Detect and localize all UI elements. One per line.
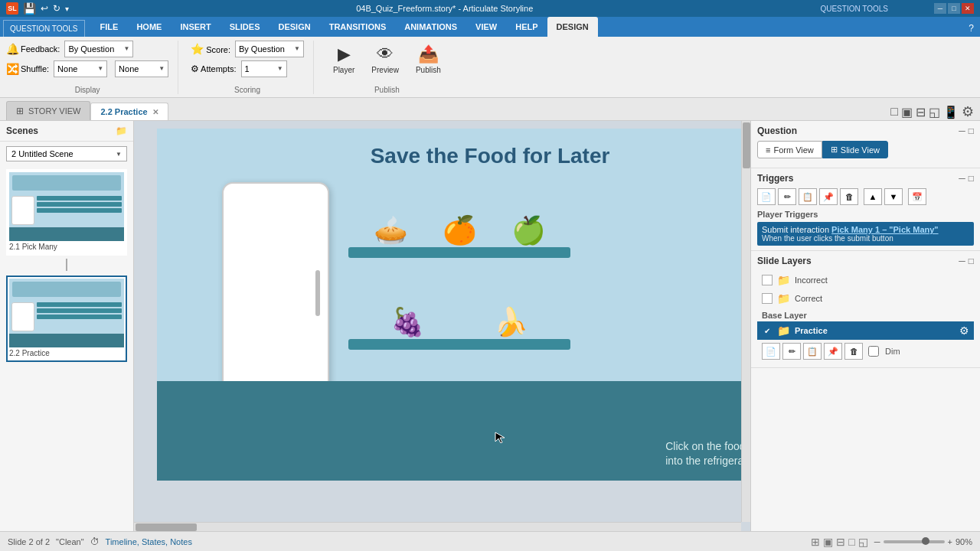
view-icon-2[interactable]: ▣ bbox=[823, 536, 833, 548]
layer-settings-button[interactable]: ⚙ bbox=[959, 324, 969, 337]
trigger-delete-button[interactable]: 🗑 bbox=[840, 188, 858, 205]
quick-access-undo[interactable]: ↩ bbox=[41, 3, 48, 14]
layer-edit-button[interactable]: ✏ bbox=[782, 343, 801, 360]
attempts-dropdown[interactable]: 1 ▼ bbox=[241, 60, 287, 77]
trigger-paste-button[interactable]: 📌 bbox=[819, 188, 838, 205]
canvas-area[interactable]: Save the Food for Later 🥧 🍊 🍏 🍇 🍌 bbox=[134, 121, 750, 531]
view-mode-normal[interactable]: □ bbox=[890, 105, 898, 119]
tab-slides[interactable]: SLIDES bbox=[220, 17, 270, 37]
scroll-thumb-horizontal[interactable] bbox=[136, 523, 197, 531]
shuffle-dropdown-1[interactable]: None ▼ bbox=[54, 60, 107, 77]
tab-design-active[interactable]: DESIGN bbox=[547, 17, 598, 37]
expand-question-button[interactable]: □ bbox=[969, 126, 974, 136]
fridge[interactable] bbox=[222, 182, 329, 404]
collapse-triggers-button[interactable]: ─ bbox=[959, 173, 965, 184]
layer-bottom-toolbar: 📄 ✏ 📋 📌 🗑 Dim bbox=[757, 340, 974, 363]
tab-home[interactable]: HOME bbox=[127, 17, 171, 37]
close-button[interactable]: ✕ bbox=[962, 3, 974, 14]
slide-thumbnail-1[interactable]: 2.1 Pick Many bbox=[6, 169, 127, 256]
scene-selector-dropdown[interactable]: 2 Untitled Scene ▼ bbox=[6, 146, 127, 161]
trigger-new-button[interactable]: 📄 bbox=[757, 188, 776, 205]
chevron-down-icon: ▼ bbox=[97, 65, 103, 72]
preview-button[interactable]: 👁 Preview bbox=[364, 41, 406, 78]
help-icon[interactable]: ? bbox=[962, 20, 980, 37]
slide-view-button[interactable]: ⊞ Slide View bbox=[822, 141, 888, 158]
tab-view[interactable]: VIEW bbox=[466, 17, 506, 37]
trigger-copy-button[interactable]: 📋 bbox=[799, 188, 817, 205]
view-icon-4[interactable]: □ bbox=[848, 536, 854, 548]
triggers-panel-controls: ─ □ bbox=[959, 173, 974, 184]
shelf-group-1: 🥧 🍊 🍏 bbox=[348, 171, 570, 258]
view-icon-3[interactable]: ⊟ bbox=[836, 536, 845, 548]
expand-layers-button[interactable]: □ bbox=[969, 256, 974, 266]
quick-access-redo[interactable]: ↻ bbox=[53, 3, 60, 14]
layer-checkbox-active[interactable]: ✔ bbox=[762, 325, 773, 336]
layer-item-incorrect[interactable]: 📁 Incorrect bbox=[757, 271, 974, 289]
trigger-edit-button[interactable]: ✏ bbox=[778, 188, 796, 205]
layer-new-button[interactable]: 📄 bbox=[762, 343, 780, 360]
tab-transitions[interactable]: TRANSITIONS bbox=[320, 17, 396, 37]
form-view-button[interactable]: ≡ Form View bbox=[757, 141, 822, 158]
attempts-label: ⚙ Attempts: bbox=[191, 64, 236, 74]
view-icon-5[interactable]: ◱ bbox=[858, 536, 868, 548]
view-mode-phone[interactable]: 📱 bbox=[943, 105, 959, 119]
trigger-move-up-button[interactable]: ▲ bbox=[864, 188, 882, 205]
trigger-calendar-button[interactable]: 📅 bbox=[908, 188, 926, 205]
scroll-thumb-vertical[interactable] bbox=[743, 122, 750, 168]
collapse-layers-button[interactable]: ─ bbox=[959, 256, 965, 266]
view-mode-list[interactable]: ⊟ bbox=[916, 105, 926, 119]
layer-item-correct[interactable]: 📁 Correct bbox=[757, 289, 974, 308]
food-item-orange[interactable]: 🍊 bbox=[443, 217, 477, 244]
trigger-move-down-button[interactable]: ▼ bbox=[884, 188, 903, 205]
zoom-out-button[interactable]: ─ bbox=[874, 537, 880, 546]
tab-design[interactable]: DESIGN bbox=[269, 17, 319, 37]
shelf-bar-1 bbox=[348, 247, 570, 258]
minimize-button[interactable]: ─ bbox=[934, 3, 946, 14]
player-trigger-item[interactable]: Submit interaction Pick Many 1 – "Pick M… bbox=[757, 222, 974, 246]
slide-thumbnail-2[interactable]: 2.2 Practice bbox=[6, 276, 127, 362]
view-mode-split[interactable]: ▣ bbox=[901, 105, 913, 119]
food-item-pie[interactable]: 🥧 bbox=[374, 217, 408, 244]
food-item-grapes[interactable]: 🍇 bbox=[390, 308, 425, 336]
tab-active-slide[interactable]: 2.2 Practice ✕ bbox=[90, 103, 168, 120]
player-trigger-link[interactable]: Pick Many 1 – "Pick Many" bbox=[831, 225, 938, 234]
collapse-question-button[interactable]: ─ bbox=[959, 126, 965, 136]
canvas-scrollbar-vertical[interactable] bbox=[741, 121, 750, 522]
layer-copy-button[interactable]: 📋 bbox=[803, 343, 822, 360]
score-dropdown[interactable]: By Question ▼ bbox=[235, 41, 304, 57]
publish-buttons: ▶ Player 👁 Preview 📤 Publish bbox=[326, 41, 448, 78]
tab-help[interactable]: HELP bbox=[506, 17, 547, 37]
view-mode-mini[interactable]: ◱ bbox=[929, 105, 940, 119]
publish-button[interactable]: 📤 Publish bbox=[409, 41, 448, 78]
view-icon-1[interactable]: ⊞ bbox=[811, 536, 820, 548]
layer-item-practice[interactable]: ✔ 📁 Practice ⚙ bbox=[757, 321, 974, 340]
quick-access-save[interactable]: 💾 bbox=[23, 2, 36, 15]
settings-icon[interactable]: ⚙ bbox=[962, 103, 974, 120]
tab-animations[interactable]: ANIMATIONS bbox=[395, 17, 466, 37]
feedback-dropdown[interactable]: By Question ▼ bbox=[64, 41, 133, 57]
layer-delete-button[interactable]: 🗑 bbox=[844, 343, 863, 360]
tab-insert[interactable]: INSERT bbox=[171, 17, 220, 37]
scenes-collapse-button[interactable]: 📁 bbox=[116, 126, 127, 136]
window-title: 04B_Quiz_Freeform.story* - Articulate St… bbox=[69, 4, 820, 13]
food-item-apple[interactable]: 🍏 bbox=[511, 217, 546, 244]
close-tab-icon[interactable]: ✕ bbox=[152, 108, 158, 116]
layer-checkbox-correct[interactable] bbox=[762, 293, 773, 304]
zoom-in-button[interactable]: + bbox=[948, 537, 952, 546]
shuffle-dropdown-2[interactable]: None ▼ bbox=[115, 60, 168, 77]
expand-triggers-button[interactable]: □ bbox=[969, 173, 974, 184]
layer-paste-button[interactable]: 📌 bbox=[824, 343, 842, 360]
maximize-button[interactable]: □ bbox=[948, 3, 960, 14]
tab-story-view[interactable]: ⊞ STORY VIEW bbox=[6, 101, 90, 120]
canvas-scrollbar-horizontal[interactable] bbox=[134, 522, 741, 531]
main-layout: Scenes 📁 2 Untitled Scene ▼ bbox=[0, 121, 980, 531]
food-item-banana[interactable]: 🍌 bbox=[494, 308, 528, 336]
preview-icon: 👁 bbox=[377, 44, 394, 64]
zoom-slider[interactable] bbox=[884, 540, 945, 543]
layer-checkbox-incorrect[interactable] bbox=[762, 275, 773, 285]
timeline-label[interactable]: Timeline, States, Notes bbox=[106, 537, 192, 546]
tab-file[interactable]: FILE bbox=[91, 17, 128, 37]
player-button[interactable]: ▶ Player bbox=[326, 41, 361, 78]
attempts-row: ⚙ Attempts: 1 ▼ bbox=[191, 60, 304, 77]
dim-checkbox[interactable] bbox=[868, 346, 879, 357]
